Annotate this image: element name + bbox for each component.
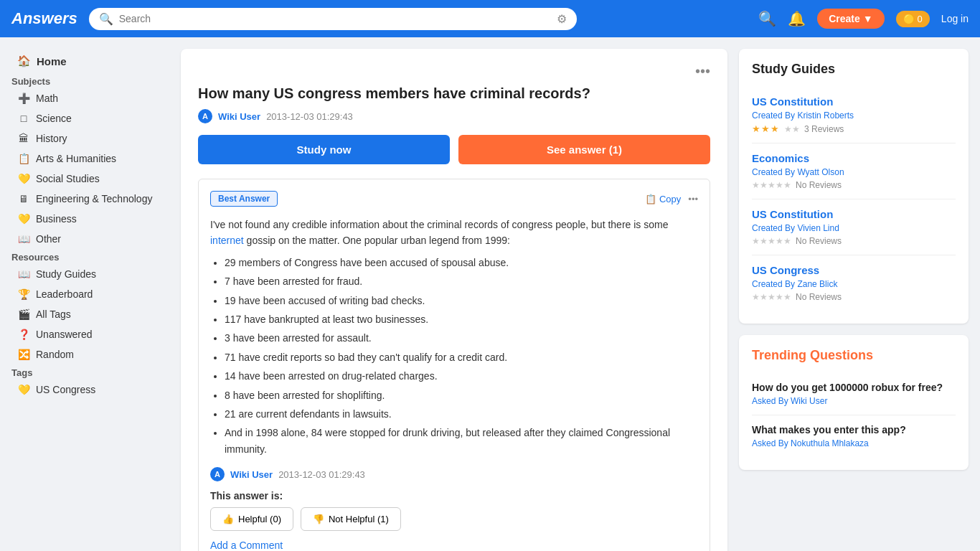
see-answer-button[interactable]: See answer (1) [458,135,710,164]
guide-item-1: Economics Created By Wyatt Olson ★★★★★ N… [752,143,956,199]
coins-badge: 🟡 0 [896,11,930,27]
bullet-item: 117 have bankrupted at least two busines… [225,311,698,327]
site-logo: Answers [11,9,77,28]
sidebar-item-history[interactable]: 🏛 History [11,128,169,149]
trending-card: Trending Questions How do you get 100000… [739,335,969,470]
sidebar-item-home[interactable]: 🏠 Home [11,49,169,73]
guide-rating-2: ★★★★★ No Reviews [752,236,956,246]
more-options-icon[interactable]: ••• [695,63,710,80]
stars-empty-3: ★★★★★ [752,292,791,302]
search-input[interactable] [119,13,551,24]
bullet-item: 29 members of Congress have been accused… [225,255,698,270]
bullet-item: 71 have credit reports so bad they can't… [225,349,698,365]
sidebar-item-us-congress[interactable]: 💛 US Congress [11,380,169,400]
trending-author-1[interactable]: Nokuthula Mhlakaza [791,438,869,448]
study-now-button[interactable]: Study now [198,135,450,164]
answer-more-icon[interactable]: ••• [688,194,698,204]
sidebar-item-math[interactable]: ➕ Math [11,88,169,108]
trending-author-0[interactable]: Wiki User [791,396,827,406]
stars-empty-1: ★★★★★ [752,180,791,190]
sidebar-item-social-studies[interactable]: 💛 Social Studies [11,169,169,189]
create-button[interactable]: Create ▼ [817,9,884,29]
study-guides-card: Study Guides US Constitution Created By … [739,49,969,324]
other-icon: 📖 [17,233,30,245]
sidebar-item-science[interactable]: □ Science [11,108,169,128]
guide-name-1[interactable]: Economics [752,152,956,164]
helpful-button[interactable]: 👍 Helpful (0) [210,507,293,531]
sidebar-item-business[interactable]: 💛 Business [11,209,169,229]
sidebar-item-engineering-technology[interactable]: 🖥 Engineering & Technology [11,189,169,209]
answer-actions: 📋 Copy ••• [645,194,698,204]
sidebar-item-all-tags[interactable]: 🎬 All Tags [11,304,169,324]
author-link[interactable]: Wiki User [218,111,260,122]
guide-author-2[interactable]: Vivien Lind [797,223,839,233]
bullet-item: 8 have been arrested for shoplifting. [225,387,698,403]
all-tags-icon: 🎬 [17,309,30,320]
stars-empty-2: ★★★★★ [752,236,791,246]
copy-icon: 📋 [645,194,656,204]
question-timestamp: 2013-12-03 01:29:43 [266,111,353,122]
question-card: ••• How many US congress members have cr… [181,49,727,551]
us-congress-tag-icon: 💛 [17,384,30,395]
answer-author-avatar: A [210,467,225,481]
stars-empty-0: ★★ [784,124,800,134]
guide-name-2[interactable]: US Constitution [752,208,956,220]
trending-question-1[interactable]: What makes you enter this app? [752,424,956,435]
history-icon: 🏛 [17,133,30,144]
copy-button[interactable]: 📋 Copy [645,194,681,204]
guide-author-0[interactable]: Kristin Roberts [797,110,854,121]
header: Answers 🔍 ⚙ 🔍 🔔 Create ▼ 🟡 0 Log in [0,0,980,37]
trending-asked-1: Asked By Nokuthula Mhlakaza [752,438,956,448]
bullet-item: 7 have been arrested for fraud. [225,273,698,289]
guide-author-3[interactable]: Zane Blick [797,279,837,289]
login-link[interactable]: Log in [941,13,969,24]
sidebar-item-leaderboard[interactable]: 🏆 Leaderboard [11,284,169,304]
search-bar[interactable]: 🔍 ⚙ [89,8,577,30]
search-icon: 🔍 [99,12,113,26]
best-answer-badge: Best Answer [210,191,278,207]
answer-header: Best Answer 📋 Copy ••• [210,191,698,207]
right-sidebar: Study Guides US Constitution Created By … [739,49,969,551]
question-title: How many US congress members have crimin… [198,85,710,102]
guide-name-0[interactable]: US Constitution [752,95,956,108]
sidebar-item-other[interactable]: 📖 Other [11,229,169,249]
answer-footer-meta: A Wiki User 2013-12-03 01:29:43 [210,467,698,481]
guide-item-3: US Congress Created By Zane Blick ★★★★★ … [752,255,956,311]
sidebar-item-unanswered[interactable]: ❓ Unanswered [11,324,169,344]
bullet-item: 21 are current defendants in lawsuits. [225,406,698,422]
guide-author-1[interactable]: Wyatt Olson [797,167,844,177]
bullet-item: And in 1998 alone, 84 were stopped for d… [225,425,698,457]
notification-icon[interactable]: 🔔 [788,10,806,27]
guide-creator-0: Created By Kristin Roberts [752,110,956,121]
home-icon: 🏠 [17,55,31,67]
sidebar-item-study-guides[interactable]: 📖 Study Guides [11,264,169,284]
thumbs-down-icon: 👎 [313,514,324,524]
guide-item-0: US Constitution Created By Kristin Rober… [752,87,956,143]
sidebar-item-arts-humanities[interactable]: 📋 Arts & Humanities [11,149,169,169]
answer-body: I've not found any credible information … [210,217,698,457]
bullet-item: 3 have been arrested for assault. [225,330,698,346]
coin-icon: 🟡 [903,14,915,24]
guide-creator-2: Created By Vivien Lind [752,223,956,233]
trending-question-0[interactable]: How do you get 1000000 robux for free? [752,382,956,393]
guide-name-3[interactable]: US Congress [752,264,956,276]
resources-section-title: Resources [11,249,169,264]
question-meta: A Wiki User 2013-12-03 01:29:43 [198,109,710,123]
not-helpful-button[interactable]: 👎 Not Helpful (1) [301,507,401,531]
answer-author-link[interactable]: Wiki User [230,469,273,480]
bullet-item: 19 have been accused of writing bad chec… [225,293,698,309]
search-header-icon[interactable]: 🔍 [758,10,776,27]
vote-buttons: 👍 Helpful (0) 👎 Not Helpful (1) [210,507,698,531]
engineering-icon: 🖥 [17,193,30,204]
main-content: ••• How many US congress members have cr… [181,49,727,551]
add-comment-link[interactable]: Add a Comment [210,540,283,551]
filter-icon[interactable]: ⚙ [557,12,567,26]
math-icon: ➕ [17,93,30,104]
trending-asked-0: Asked By Wiki User [752,396,956,406]
answer-timestamp: 2013-12-03 01:29:43 [278,469,365,480]
internet-link[interactable]: internet [210,235,244,246]
business-icon: 💛 [17,213,30,225]
leaderboard-icon: 🏆 [17,288,30,300]
subjects-section-title: Subjects [11,73,169,88]
sidebar-item-random[interactable]: 🔀 Random [11,344,169,364]
